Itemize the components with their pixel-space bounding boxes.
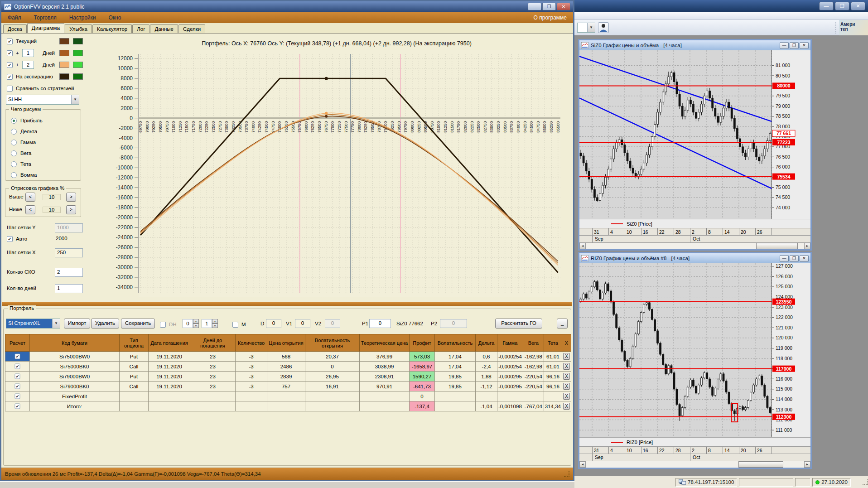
swatch-expiry-1[interactable]: [59, 73, 69, 80]
payoff-chart[interactable]: 120001000080006000400020000-2000-4000-60…: [108, 50, 565, 300]
minimize-icon[interactable]: —: [819, 2, 834, 10]
delete-button[interactable]: Удалить: [91, 319, 119, 329]
save-button[interactable]: Сохранить: [121, 319, 155, 329]
menu-Настройки[interactable]: Настройки: [63, 13, 102, 23]
resize-grip[interactable]: [564, 471, 569, 477]
scroll-thumb[interactable]: [756, 243, 798, 249]
maximize-icon[interactable]: ❐: [542, 3, 556, 10]
days2-input[interactable]: 2: [22, 61, 34, 69]
calc-cell[interactable]: [5, 401, 30, 411]
row-checkbox[interactable]: [15, 354, 20, 359]
col-header-5[interactable]: Количество: [236, 334, 267, 352]
col-header-15[interactable]: X: [562, 334, 571, 352]
v1-input[interactable]: 0: [295, 319, 310, 328]
scroll-left-icon[interactable]: ◄: [579, 243, 586, 249]
riz0-plot[interactable]: 111 000112 000113 000114 000115 000116 0…: [579, 263, 810, 437]
calc-cell[interactable]: [5, 382, 30, 391]
col-header-6[interactable]: Цена открытия: [267, 334, 305, 352]
minimize-icon[interactable]: —: [780, 255, 789, 262]
radio-Гамма[interactable]: [11, 140, 17, 145]
checkbox-plus1[interactable]: [7, 50, 13, 56]
restore-icon[interactable]: ❐: [790, 255, 799, 262]
remove-row-button[interactable]: X: [563, 353, 570, 360]
toolbar-combo[interactable]: ▼: [577, 23, 595, 33]
dh-spinner-2[interactable]: 1▲▼: [202, 319, 218, 328]
chevron-down-icon[interactable]: ▼: [52, 319, 60, 328]
d-input[interactable]: 0: [266, 319, 281, 328]
col-header-4[interactable]: Дней до погашения: [190, 334, 236, 352]
checkbox-plus2[interactable]: [7, 62, 13, 68]
spin-down-icon[interactable]: ▼: [212, 324, 218, 328]
right-app-titlebar[interactable]: — ❐ ✕: [574, 0, 868, 12]
splitter[interactable]: [2, 302, 572, 306]
riz0-scrollbar[interactable]: ◄ ►: [579, 461, 810, 468]
radio-Тета[interactable]: [11, 161, 17, 167]
grid-y-input[interactable]: 1000: [55, 223, 83, 232]
close-icon[interactable]: ✕: [800, 255, 809, 262]
radio-Дельта[interactable]: [11, 129, 17, 135]
close-icon[interactable]: ✕: [557, 3, 570, 10]
scroll-right-icon[interactable]: ►: [804, 461, 810, 468]
remove-row-button[interactable]: X: [563, 383, 570, 390]
col-header-0[interactable]: Расчет: [5, 334, 30, 352]
preset-select[interactable]: Si СтренглXL ▼: [6, 319, 60, 329]
siz0-scrollbar[interactable]: ◄ ►: [579, 243, 810, 249]
grid-x-input[interactable]: 250: [55, 248, 83, 257]
spin-down-icon[interactable]: ▼: [193, 324, 199, 328]
close-icon[interactable]: ✕: [800, 42, 809, 49]
radio-Вега[interactable]: [11, 150, 17, 156]
checkbox-compare[interactable]: [7, 86, 13, 92]
restore-icon[interactable]: ❐: [835, 2, 849, 10]
swatch-plus1-2[interactable]: [73, 50, 83, 56]
radio-Прибыль[interactable]: [11, 118, 17, 124]
row-checkbox[interactable]: [15, 374, 20, 379]
checkbox-auto[interactable]: [7, 236, 13, 242]
siz0-plot[interactable]: 74 00074 50075 00075 50076 00076 50077 0…: [579, 50, 810, 219]
tab-Сделки[interactable]: Сделки: [178, 24, 205, 33]
tab-Диаграмма[interactable]: Диаграмма: [27, 23, 64, 33]
menu-Окно[interactable]: Окно: [102, 13, 128, 23]
checkbox-expiry[interactable]: [7, 74, 13, 80]
minimize-icon[interactable]: —: [780, 42, 789, 49]
row-checkbox[interactable]: [15, 394, 20, 399]
tab-Доска[interactable]: Доска: [3, 24, 27, 33]
swatch-plus2-2[interactable]: [73, 62, 83, 68]
calc-cell[interactable]: [5, 391, 30, 401]
spin-up-icon[interactable]: ▲: [193, 319, 199, 324]
days-count-input[interactable]: 1: [55, 284, 83, 293]
swatch-plus1-1[interactable]: [59, 50, 69, 56]
chevron-down-icon[interactable]: ▼: [71, 95, 79, 104]
checkbox-m[interactable]: [232, 322, 238, 328]
remove-row-button[interactable]: X: [563, 363, 570, 370]
user-icon[interactable]: [598, 22, 609, 33]
collapse-button[interactable]: _: [557, 319, 568, 329]
radio-Вомма[interactable]: [11, 172, 17, 178]
col-header-1[interactable]: Код бумаги: [30, 334, 120, 352]
row-checkbox[interactable]: [15, 384, 20, 389]
v2-input[interactable]: 0: [325, 319, 340, 328]
siz0-titlebar[interactable]: SiZ0 График цены и объёма - [4 часа] — ❐…: [579, 40, 810, 50]
menu-Файл[interactable]: Файл: [1, 13, 28, 23]
above-dec-button[interactable]: <: [25, 193, 35, 202]
strategy-select[interactable]: Si HH ▼: [6, 95, 79, 105]
tab-Данные[interactable]: Данные: [150, 24, 178, 33]
tab-Калькулятор[interactable]: Калькулятор: [92, 24, 132, 33]
resize-grip[interactable]: [863, 479, 868, 485]
news-widget[interactable]: Амери теп: [839, 20, 868, 35]
p1-input[interactable]: 0: [369, 319, 391, 328]
scroll-thumb[interactable]: [738, 461, 783, 468]
riz0-titlebar[interactable]: RIZ0 График цены и объёма #8 - [4 часа] …: [579, 253, 810, 263]
close-icon[interactable]: ✕: [851, 2, 865, 10]
col-header-2[interactable]: Тип опциона: [120, 334, 149, 352]
col-header-13[interactable]: Вега: [523, 334, 544, 352]
below-inc-button[interactable]: >: [66, 205, 76, 214]
scroll-right-icon[interactable]: ►: [804, 243, 810, 249]
spin-up-icon[interactable]: ▲: [212, 319, 218, 324]
chevron-down-icon[interactable]: ▼: [587, 23, 595, 32]
col-header-3[interactable]: Дата погашения: [149, 334, 190, 352]
remove-row-button[interactable]: X: [563, 393, 570, 400]
checkbox-current[interactable]: [7, 39, 13, 44]
swatch-current-2[interactable]: [73, 38, 83, 44]
dh-spinner-1[interactable]: 0▲▼: [183, 319, 199, 328]
row-checkbox[interactable]: [15, 404, 20, 409]
